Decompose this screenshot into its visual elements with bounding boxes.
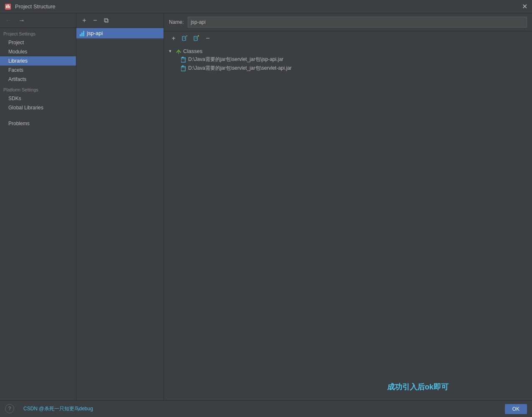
close-button[interactable]: ✕ <box>521 3 528 10</box>
tree-file-1[interactable]: D:\Java需要的jar包\servlet_jar包\servlet-api.… <box>181 64 527 73</box>
sidebar-item-artifacts[interactable]: Artifacts <box>0 75 76 84</box>
svg-rect-7 <box>181 58 185 62</box>
list-toolbar: + − ⧉ <box>76 13 164 28</box>
detail-add-sources-button[interactable] <box>192 34 202 43</box>
list-remove-button[interactable]: − <box>91 16 100 25</box>
sidebar-item-sdks[interactable]: SDKs <box>0 94 76 103</box>
window-title: Project Structure <box>15 3 521 10</box>
detail-add-button[interactable]: + <box>169 34 178 43</box>
csdn-text: CSDN @杀死一只知更鸟debug <box>23 405 93 412</box>
title-bar: Project Structure ✕ <box>0 0 532 13</box>
platform-settings-label: Platform Settings <box>0 84 76 94</box>
classes-node[interactable]: ▾ Classes <box>169 47 527 55</box>
file-path-1: D:\Java需要的jar包\servlet_jar包\servlet-api.… <box>188 65 292 72</box>
file-path-0: D:\Java需要的jar包\servlet_jar包\jsp-api.jar <box>188 56 283 63</box>
help-button[interactable]: ? <box>5 404 14 413</box>
forward-button[interactable]: → <box>17 16 27 25</box>
svg-rect-4 <box>182 36 186 40</box>
library-item-label: jsp-api <box>87 30 103 36</box>
name-input[interactable] <box>188 17 527 28</box>
svg-rect-12 <box>182 66 184 67</box>
nav-buttons: ← → <box>0 13 76 28</box>
list-panel: + − ⧉ jsp-api <box>76 13 164 400</box>
back-button[interactable]: ← <box>3 16 13 25</box>
list-add-button[interactable]: + <box>80 16 89 25</box>
tree-children: D:\Java需要的jar包\servlet_jar包\jsp-api.jar … <box>169 55 527 73</box>
ok-button[interactable]: OK <box>505 404 527 414</box>
detail-remove-button[interactable]: − <box>203 34 212 43</box>
list-copy-button[interactable]: ⧉ <box>101 16 111 25</box>
jar-file-icon-0 <box>181 57 187 63</box>
svg-rect-5 <box>194 36 197 40</box>
sidebar-item-modules[interactable]: Modules <box>0 47 76 56</box>
app-icon <box>4 3 12 10</box>
collapse-arrow: ▾ <box>169 48 174 54</box>
sidebar: ← → Project Settings Project Modules Lib… <box>0 13 76 400</box>
library-icon <box>80 30 84 36</box>
name-row: Name: <box>164 13 532 31</box>
bottom-bar: ? CSDN @杀死一只知更鸟debug OK <box>0 400 532 417</box>
watermark-text: 成功引入后ok即可 <box>387 382 449 392</box>
svg-rect-9 <box>182 57 184 58</box>
classes-label: Classes <box>183 48 202 54</box>
jar-file-icon-1 <box>181 66 187 71</box>
svg-rect-1 <box>6 5 7 8</box>
library-list-item[interactable]: jsp-api <box>76 28 164 38</box>
project-settings-label: Project Settings <box>0 28 76 38</box>
sidebar-item-libraries[interactable]: Libraries <box>0 56 76 66</box>
svg-rect-3 <box>9 6 10 8</box>
sidebar-item-global-libraries[interactable]: Global Libraries <box>0 103 76 112</box>
name-label: Name: <box>169 19 184 25</box>
main-container: ← → Project Settings Project Modules Lib… <box>0 13 532 400</box>
tree-area: ▾ Classes D:\Java需要的jar包\s <box>164 45 532 400</box>
sidebar-item-problems[interactable]: Problems <box>0 119 76 128</box>
sidebar-item-facets[interactable]: Facets <box>0 66 76 75</box>
classes-icon <box>176 48 182 54</box>
tree-file-0[interactable]: D:\Java需要的jar包\servlet_jar包\jsp-api.jar <box>181 55 527 64</box>
sidebar-item-project[interactable]: Project <box>0 38 76 47</box>
detail-add-classes-button[interactable] <box>180 34 190 43</box>
detail-toolbar: + − <box>164 31 532 45</box>
detail-panel: Name: + − ▾ <box>164 13 532 400</box>
svg-rect-10 <box>181 66 185 71</box>
svg-rect-2 <box>8 5 9 8</box>
